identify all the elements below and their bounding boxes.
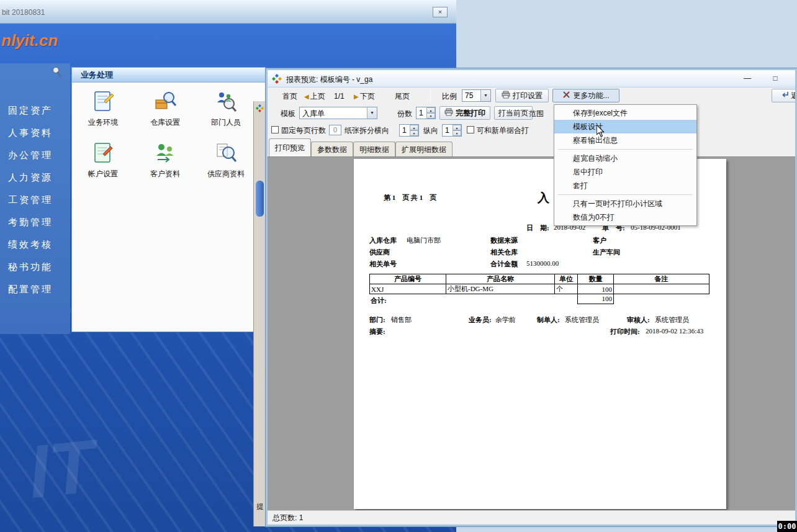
hidden-window-edge: 提 <box>253 101 266 526</box>
range-label: 范围 <box>529 107 544 120</box>
more-functions-button[interactable]: 更多功能... <box>552 89 619 102</box>
dept-value: 销售部 <box>391 315 412 325</box>
preview-area[interactable]: 第 1 页 共 1 页 入库单 日 期: 2018-09-02 单 号: 05-… <box>268 156 795 510</box>
sidebar-item-human-resources[interactable]: 人力资源 <box>0 166 70 189</box>
scale-label: 比例 <box>442 90 457 102</box>
fixed-rows-label: 固定每页行数 <box>281 124 326 137</box>
recording-timer: 0:00 <box>777 521 797 532</box>
panel-item-label: 帐户设置 <box>74 169 132 179</box>
menu-item-no-subtotal-single-page[interactable]: 只有一页时不打印小计区域 <box>554 197 696 210</box>
spin-down-icon[interactable]: ▼ <box>453 130 461 136</box>
report-total-label: 合计: <box>371 296 387 305</box>
report-total-qty: 100 <box>577 294 614 304</box>
mouse-cursor <box>597 125 605 140</box>
sidebar-item-salary-mgmt[interactable]: 工资管理 <box>0 189 70 211</box>
business-panel: 业务处理 业务环境 仓库设置 部门人员 <box>71 67 266 332</box>
fixed-rows-input[interactable]: 0 <box>329 125 341 135</box>
panel-item-business-env[interactable]: 业务环境 <box>74 89 132 128</box>
customers-icon <box>153 156 178 167</box>
tab-detail-data[interactable]: 明细数据 <box>353 142 395 156</box>
chevron-down-icon[interactable]: ▼ <box>367 107 377 119</box>
spin-down-icon[interactable]: ▼ <box>426 113 435 119</box>
panel-item-supplier-data[interactable]: 供应商资料 <box>197 140 254 179</box>
prev-icon: ◀ <box>304 93 309 100</box>
panel-item-account-settings[interactable]: 帐户设置 <box>74 140 132 179</box>
panel-item-label: 仓库设置 <box>137 117 194 128</box>
menu-item-template-design[interactable]: 模板设计 <box>554 120 696 133</box>
split-horizontal-spinner[interactable]: 1 ▲ ▼ <box>399 124 419 137</box>
preview-tabs: 打印预览参数数据明细数据扩展明细数据 <box>269 138 453 156</box>
source-label: 数据来源 <box>490 236 518 245</box>
preview-titlebar[interactable]: 报表预览: 模板编号 - v_ga — □ <box>268 70 795 88</box>
spin-up-icon[interactable]: ▲ <box>453 125 461 130</box>
report-app-icon <box>272 74 282 86</box>
sidebar-item-attendance-mgmt[interactable]: 考勤管理 <box>0 211 70 233</box>
menu-item-overlay-print[interactable]: 套打 <box>554 179 696 192</box>
warehouse-search-icon <box>153 105 178 115</box>
next-icon: ▶ <box>354 93 359 100</box>
toolbar-options: 固定每页行数 0 纸张拆分横向 1 ▲ ▼ 纵向 1 ▲ ▼ 可和新单据合打 <box>268 122 795 138</box>
menu-item-save-excel[interactable]: 保存到excel文件 <box>554 106 696 120</box>
back-button[interactable]: 返回 <box>772 89 795 102</box>
business-panel-body: 业务环境 仓库设置 部门人员 帐户设置 <box>72 83 265 331</box>
minimize-button[interactable]: — <box>738 72 757 85</box>
panel-item-customer-data[interactable]: 客户资料 <box>137 140 194 179</box>
menu-item-auto-shrink[interactable]: 超宽自动缩小 <box>554 151 696 165</box>
cell-product-name: 小型机-DG-MG <box>446 284 555 294</box>
salesman-value: 余学前 <box>495 315 516 325</box>
report-table-row: XXJ 小型机-DG-MG 个 100 <box>370 284 709 294</box>
fixed-rows-checkbox[interactable] <box>271 126 279 133</box>
merge-print-label: 可和新单据合打 <box>477 124 529 137</box>
spin-down-icon[interactable]: ▼ <box>410 130 418 136</box>
brand-logo: nlyit.cn <box>1 31 58 50</box>
page-indicator: 1/1 <box>334 90 344 102</box>
tab-ext-detail-data[interactable]: 扩展明细数据 <box>395 142 453 156</box>
related-no-label: 相关单号 <box>369 259 397 269</box>
scale-select[interactable]: 75 ▼ <box>462 89 491 102</box>
printer-icon <box>502 91 510 101</box>
pushpin-icon[interactable] <box>51 66 63 78</box>
panel-item-warehouse-settings[interactable]: 仓库设置 <box>137 89 194 128</box>
full-print-button[interactable]: 完整打印 <box>439 106 490 120</box>
first-page-button[interactable]: 首页 <box>282 90 297 102</box>
next-page-button[interactable]: ▶下页 <box>354 90 375 103</box>
menu-item-skip-zero[interactable]: 数值为0不打 <box>554 210 696 224</box>
warehouse-value: 电脑门市部 <box>407 236 441 245</box>
cell-remark <box>614 284 709 294</box>
sidebar-item-office-mgmt[interactable]: 办公管理 <box>0 144 70 166</box>
prev-page-button[interactable]: ◀上页 <box>304 90 325 103</box>
copies-spinner[interactable]: 1 ▲ ▼ <box>416 107 436 119</box>
panel-item-dept-personnel[interactable]: 部门人员 <box>197 89 254 128</box>
salesman-label: 业务员: <box>469 315 492 325</box>
toolbar-separator <box>430 91 431 102</box>
print-current-button[interactable]: 打当前页 <box>494 106 533 120</box>
merge-print-checkbox[interactable] <box>467 126 474 133</box>
report-date-label: 日 期: <box>526 223 549 233</box>
last-page-button[interactable]: 尾页 <box>395 90 410 102</box>
menu-item-view-output[interactable]: 察看输出信息 <box>554 133 696 147</box>
sidebar-item-config-mgmt[interactable]: 配置管理 <box>0 278 70 300</box>
menu-item-center-print[interactable]: 居中打印 <box>554 165 696 179</box>
sidebar-item-performance[interactable]: 绩效考核 <box>0 233 70 256</box>
sidebar-item-personnel-data[interactable]: 人事资料 <box>0 122 70 144</box>
col-remark: 备注 <box>614 274 709 284</box>
tab-print-preview[interactable]: 打印预览 <box>269 138 311 156</box>
screen: bit 20180831 × nlyit.cn 固定资产 人事资料 办公管理 人… <box>0 0 797 532</box>
split-vertical-spinner[interactable]: 1 ▲ ▼ <box>442 124 462 137</box>
menu-separator <box>558 149 693 150</box>
spin-up-icon[interactable]: ▲ <box>426 107 435 113</box>
print-settings-button[interactable]: 打印设置 <box>495 89 549 102</box>
chevron-down-icon[interactable]: ▼ <box>480 90 490 101</box>
sidebar-item-fixed-assets[interactable]: 固定资产 <box>0 99 70 122</box>
split-horizontal-label: 纸张拆分横向 <box>344 124 389 137</box>
maximize-button[interactable]: □ <box>766 72 785 85</box>
auditor-label: 审核人: <box>627 315 650 325</box>
tab-param-data[interactable]: 参数数据 <box>311 142 353 156</box>
maker-label: 制单人: <box>537 315 560 325</box>
scrollbar-thumb[interactable] <box>256 181 264 217</box>
sidebar-item-secretary[interactable]: 秘书功能 <box>0 256 70 278</box>
spin-up-icon[interactable]: ▲ <box>410 125 418 130</box>
main-window-close-button[interactable]: × <box>433 7 448 17</box>
template-select[interactable]: 入库单 ▼ <box>299 107 377 119</box>
cell-qty: 100 <box>578 284 614 294</box>
